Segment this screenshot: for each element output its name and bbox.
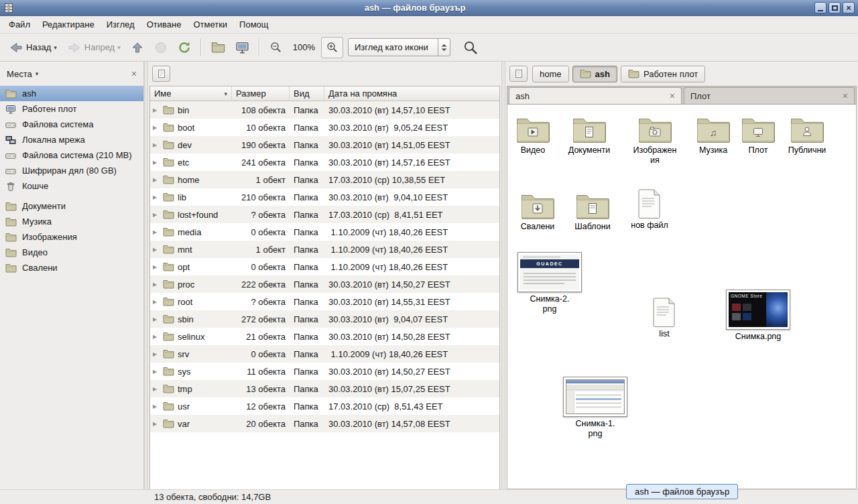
sidebar-item-6[interactable]: Кошче	[0, 178, 143, 194]
back-button[interactable]: Назад ▾	[4, 37, 62, 58]
expander-icon[interactable]: ▶	[153, 212, 160, 218]
table-row[interactable]: ▶dev190 обектаПапка30.03.2010 (вт) 14,51…	[150, 136, 499, 153]
expander-icon[interactable]: ▶	[153, 316, 160, 322]
back-history-chevron-icon[interactable]: ▾	[54, 44, 57, 51]
expander-icon[interactable]: ▶	[153, 107, 160, 113]
table-row[interactable]: ▶home1 обектПапка17.03.2010 (ср) 10,38,5…	[150, 171, 499, 188]
combo-spinner-icon[interactable]	[438, 39, 450, 56]
titlebar[interactable]: ash — файлов браузър ×	[0, 0, 858, 16]
sidebar-item-10[interactable]: Видео	[0, 245, 143, 260]
menu-item-5[interactable]: Помощ	[233, 17, 274, 32]
table-row[interactable]: ▶boot10 обектаПапка30.03.2010 (вт) 9,05,…	[150, 119, 499, 136]
table-row[interactable]: ▶proc222 обектаПапка30.03.2010 (вт) 14,5…	[150, 275, 499, 293]
stop-button[interactable]	[149, 37, 172, 58]
table-row[interactable]: ▶sbin272 обектаПапка30.03.2010 (вт) 9,04…	[150, 310, 499, 328]
expander-icon[interactable]: ▶	[153, 403, 160, 410]
menu-item-2[interactable]: Изглед	[101, 17, 141, 32]
column-header-size[interactable]: Размер	[232, 86, 290, 101]
expander-icon[interactable]: ▶	[153, 421, 160, 427]
expander-icon[interactable]: ▶	[153, 177, 160, 183]
expander-icon[interactable]: ▶	[153, 281, 160, 288]
breadcrumb-2[interactable]: Работен плот	[621, 66, 705, 82]
expander-icon[interactable]: ▶	[153, 194, 160, 200]
sidebar-item-5[interactable]: Шифриран дял (80 GB)	[0, 163, 143, 178]
tab-close-icon[interactable]: ×	[837, 90, 848, 101]
icon-view-item[interactable]: list	[634, 298, 694, 339]
location-toggle-button[interactable]	[509, 66, 528, 82]
expander-icon[interactable]: ▶	[153, 142, 160, 148]
icon-view-item[interactable]: Изображен ия	[625, 115, 685, 166]
table-row[interactable]: ▶usr12 обектаПапка17.03.2010 (ср) 8,51,4…	[150, 397, 499, 415]
icon-view-item[interactable]: Публични	[777, 115, 837, 155]
table-row[interactable]: ▶bin108 обектаПапка30.03.2010 (вт) 14,57…	[150, 101, 499, 119]
table-row[interactable]: ▶root? обектаПапка30.03.2010 (вт) 14,55,…	[150, 293, 499, 310]
sidebar-item-9[interactable]: Изображения	[0, 229, 143, 245]
expander-icon[interactable]: ▶	[153, 369, 160, 375]
expander-icon[interactable]: ▶	[153, 160, 160, 166]
expander-icon[interactable]: ▶	[153, 351, 160, 357]
column-header-date[interactable]: Дата на промяна	[324, 86, 499, 101]
view-mode-select[interactable]: Изглед като икони	[348, 38, 450, 56]
menu-item-0[interactable]: Файл	[3, 17, 36, 32]
table-row[interactable]: ▶srv0 обектаПапка 1.10.2009 (чт) 18,40,2…	[150, 345, 499, 363]
minimize-button[interactable]	[814, 2, 826, 13]
zoom-in-button[interactable]	[321, 37, 343, 58]
icon-view-item[interactable]: Свалени	[507, 192, 568, 232]
icon-view-item[interactable]: Шаблони	[562, 192, 623, 232]
table-row[interactable]: ▶lost+found? обектаПапка17.03.2010 (ср) …	[150, 206, 499, 223]
icon-view-canvas[interactable]: ВидеоДокументиИзображен ия♫МузикаПлотПуб…	[507, 105, 857, 489]
up-button[interactable]	[126, 37, 149, 58]
sidebar-item-8[interactable]: Музика	[0, 214, 143, 229]
sidebar-title[interactable]: Места	[7, 69, 32, 79]
computer-button[interactable]	[231, 37, 254, 58]
tab-close-icon[interactable]: ×	[664, 90, 675, 101]
icon-view-item[interactable]: GUADECСнимка-2. png	[513, 252, 587, 314]
expander-icon[interactable]: ▶	[153, 125, 160, 131]
forward-history-chevron-icon[interactable]: ▾	[117, 44, 121, 51]
breadcrumb-1[interactable]: ash	[572, 66, 617, 82]
breadcrumb-0[interactable]: home	[532, 66, 569, 82]
forward-button[interactable]: Напред ▾	[62, 37, 125, 58]
column-header-name[interactable]: Име ▾	[150, 86, 232, 101]
column-header-type[interactable]: Вид	[290, 86, 324, 101]
sidebar-mode-chevron-icon[interactable]: ▾	[36, 70, 39, 77]
table-row[interactable]: ▶selinux21 обектаПапка30.03.2010 (вт) 14…	[150, 328, 499, 345]
close-button[interactable]: ×	[843, 2, 855, 13]
sidebar-item-4[interactable]: Файлова система (210 MB)	[0, 147, 143, 163]
zoom-out-button[interactable]	[265, 37, 287, 58]
menu-item-1[interactable]: Редактиране	[36, 17, 101, 32]
tab-0[interactable]: ash×	[509, 87, 682, 104]
home-button[interactable]	[206, 37, 230, 58]
maximize-button[interactable]	[829, 2, 841, 13]
expander-icon[interactable]: ▶	[153, 264, 160, 270]
sidebar-item-7[interactable]: Документи	[0, 198, 143, 214]
tab-1[interactable]: Плот×	[684, 87, 855, 104]
icon-view-item[interactable]: GNOME StoreСнимка.png	[721, 290, 795, 342]
table-row[interactable]: ▶mnt1 обектПапка 1.10.2009 (чт) 18,40,26…	[150, 241, 499, 258]
table-row[interactable]: ▶media0 обектаПапка 1.10.2009 (чт) 18,40…	[150, 223, 499, 241]
table-row[interactable]: ▶lib210 обектаПапка30.03.2010 (вт) 9,04,…	[150, 188, 499, 206]
location-toggle-button[interactable]	[152, 66, 170, 82]
reload-button[interactable]	[173, 37, 196, 58]
sidebar-item-2[interactable]: Файлова система	[0, 117, 143, 132]
menu-item-3[interactable]: Отиване	[141, 17, 188, 32]
expander-icon[interactable]: ▶	[153, 299, 160, 305]
menu-item-4[interactable]: Отметки	[187, 17, 233, 32]
table-row[interactable]: ▶tmp13 обектаПапка30.03.2010 (вт) 15,07,…	[150, 380, 499, 397]
search-button[interactable]	[458, 37, 483, 58]
expander-icon[interactable]: ▶	[153, 386, 160, 392]
icon-view-item[interactable]: нов файл	[619, 189, 680, 231]
icon-view-item[interactable]: Видео	[507, 115, 563, 155]
table-row[interactable]: ▶sys11 обектаПапка30.03.2010 (вт) 14,50,…	[150, 363, 499, 380]
table-row[interactable]: ▶opt0 обектаПапка 1.10.2009 (чт) 18,40,2…	[150, 258, 499, 275]
expander-icon[interactable]: ▶	[153, 229, 160, 235]
table-row[interactable]: ▶var20 обектаПапка30.03.2010 (вт) 14,57,…	[150, 415, 499, 432]
expander-icon[interactable]: ▶	[153, 247, 160, 253]
sidebar-item-0[interactable]: ash	[0, 86, 143, 101]
table-row[interactable]: ▶etc241 обектаПапка30.03.2010 (вт) 14,57…	[150, 153, 499, 171]
sidebar-item-3[interactable]: Локална мрежа	[0, 132, 143, 147]
sidebar-item-11[interactable]: Свалени	[0, 260, 143, 275]
expander-icon[interactable]: ▶	[153, 334, 160, 340]
icon-view-item[interactable]: Документи	[559, 115, 619, 155]
sidebar-item-1[interactable]: Работен плот	[0, 101, 143, 117]
